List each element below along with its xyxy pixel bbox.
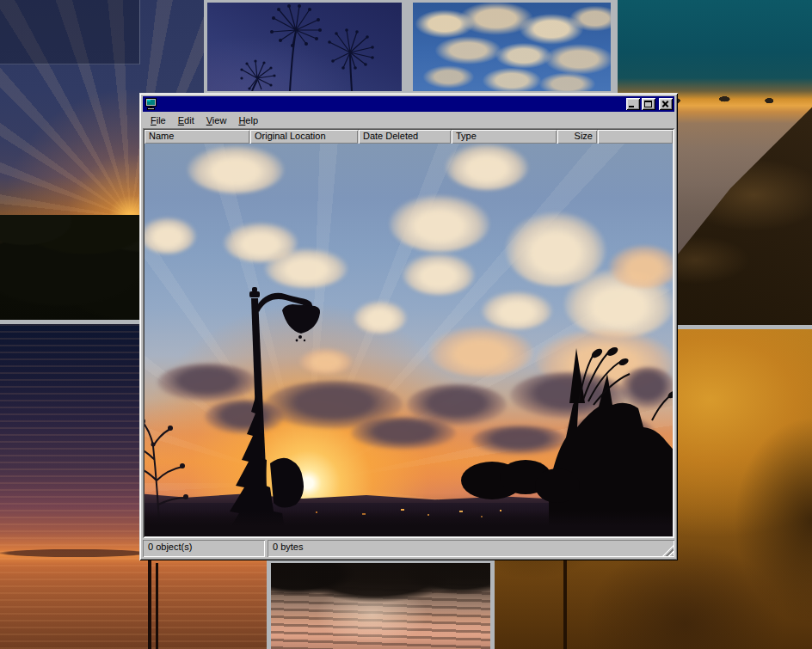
- foreground-shadow: [145, 511, 673, 536]
- recycle-bin-window: File Edit View Help Name Original Locati…: [139, 93, 678, 560]
- maximize-button[interactable]: [642, 98, 655, 110]
- column-header-type[interactable]: Type: [452, 130, 557, 144]
- menu-view[interactable]: View: [200, 113, 233, 127]
- column-headers: Name Original Location Date Deleted Type…: [145, 130, 673, 144]
- column-header-date-deleted[interactable]: Date Deleted: [359, 130, 451, 144]
- column-header-empty[interactable]: [598, 130, 673, 144]
- wallpaper-tile-corner-photo: [0, 0, 140, 64]
- plant-silhouette: [207, 3, 402, 91]
- menu-file[interactable]: File: [145, 113, 172, 127]
- column-header-original-location[interactable]: Original Location: [250, 130, 358, 144]
- menu-help[interactable]: Help: [232, 113, 264, 127]
- status-total-size: 0 bytes: [268, 540, 674, 557]
- column-header-name[interactable]: Name: [145, 130, 249, 144]
- window-titlebar[interactable]: [143, 96, 674, 112]
- menu-bar: File Edit View Help: [142, 112, 675, 128]
- wallpaper-tile-dried-plants-photo: [207, 3, 402, 91]
- computer-icon[interactable]: [145, 98, 158, 110]
- wallpaper-tile-reflection-photo: [271, 563, 490, 649]
- wallpaper-tile-blue-sky-photo: [413, 3, 611, 91]
- right-trees: [461, 348, 673, 536]
- maximize-icon: [644, 101, 652, 107]
- close-button[interactable]: [659, 98, 673, 110]
- menu-edit[interactable]: Edit: [172, 113, 200, 127]
- sunset-photo: [145, 144, 673, 536]
- status-object-count: 0 object(s): [143, 540, 265, 557]
- water-pole: [156, 563, 158, 649]
- minimize-icon: [629, 106, 634, 107]
- foreground-silhouettes: [145, 144, 673, 536]
- status-bar: 0 object(s) 0 bytes: [143, 540, 674, 557]
- minimize-button[interactable]: [626, 98, 640, 110]
- file-list-area[interactable]: Name Original Location Date Deleted Type…: [143, 128, 674, 538]
- column-header-size[interactable]: Size: [557, 130, 597, 144]
- close-icon: [659, 98, 673, 110]
- water-pole: [148, 560, 151, 649]
